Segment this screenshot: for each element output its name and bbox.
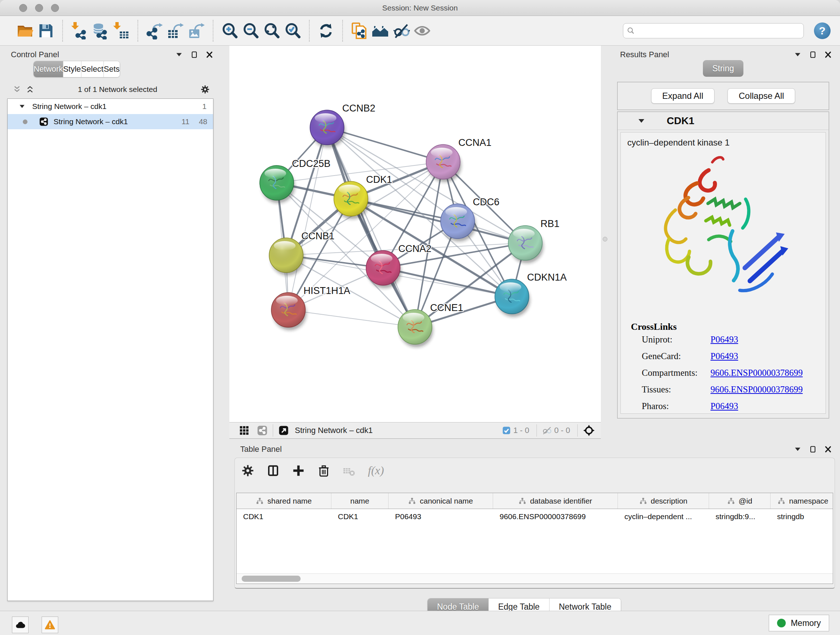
import-network-from-file-icon: [71, 22, 88, 40]
collapse-all-button[interactable]: Collapse All: [728, 88, 795, 103]
float-panel-icon[interactable]: [809, 51, 817, 59]
fit-content-crosshair-icon[interactable]: [583, 424, 595, 437]
warnings-button[interactable]: [42, 616, 58, 633]
column-header-database-identifier[interactable]: database identifier: [493, 493, 618, 509]
panel-menu-icon[interactable]: [175, 51, 183, 59]
eye-disabled-button[interactable]: [412, 20, 433, 41]
network-collection-row[interactable]: String Network – cdk1 1: [8, 99, 213, 114]
close-panel-icon[interactable]: [205, 51, 213, 59]
node-CDKN1A[interactable]: [495, 279, 530, 317]
import-network-from-file-button[interactable]: [69, 20, 90, 41]
import-network-from-database-button[interactable]: [90, 20, 111, 41]
tab-network[interactable]: Network: [34, 61, 63, 77]
panel-menu-icon[interactable]: [794, 445, 802, 453]
create-column-icon[interactable]: [292, 464, 305, 477]
maximize-window-button[interactable]: [51, 4, 59, 12]
help-button[interactable]: ?: [814, 22, 831, 39]
zoom-selected-button[interactable]: [282, 20, 303, 41]
node-CDK1[interactable]: [334, 181, 369, 219]
close-panel-icon[interactable]: [824, 51, 832, 59]
zoom-in-button[interactable]: [219, 20, 240, 41]
edge-CCNB2-CCNE1[interactable]: [327, 127, 415, 327]
edge-HIST1H1A-CCNE1[interactable]: [288, 310, 415, 327]
close-window-button[interactable]: [19, 4, 27, 12]
column-header-name[interactable]: name: [332, 493, 388, 509]
table-row[interactable]: CDK1CDK1P064939606.ENSP00000378699cyclin…: [237, 509, 833, 524]
edge-CCNA2-CDKN1A[interactable]: [383, 268, 512, 296]
grid-view-icon[interactable]: [239, 425, 249, 436]
export-image-icon: [188, 22, 205, 40]
import-table-from-file-button[interactable]: [111, 20, 132, 41]
table-cell[interactable]: 9606.ENSP00000378699: [493, 509, 618, 524]
panel-menu-icon[interactable]: [794, 51, 802, 59]
gene-collapse-icon[interactable]: [637, 117, 646, 125]
show-columns-icon[interactable]: [267, 464, 279, 477]
open-file-button[interactable]: [14, 20, 35, 41]
table-cell[interactable]: CDK1: [332, 509, 388, 524]
refresh-network-view-button[interactable]: [316, 20, 336, 41]
zoom-fit-button[interactable]: [261, 20, 282, 41]
zoom-out-button[interactable]: [240, 20, 261, 41]
node-CCNA2[interactable]: [366, 250, 401, 288]
column-header-@id[interactable]: @id: [709, 493, 771, 509]
table-cell[interactable]: CDK1: [237, 509, 332, 524]
search-input[interactable]: [623, 23, 804, 38]
cloud-button[interactable]: [12, 616, 28, 633]
collection-collapse-icon[interactable]: [19, 103, 26, 110]
expand-all-button[interactable]: Expand All: [651, 88, 714, 103]
close-panel-icon[interactable]: [824, 445, 832, 453]
expand-all-networks-icon[interactable]: [25, 85, 35, 94]
crosslink-link[interactable]: P06493: [711, 351, 738, 361]
collapse-all-networks-icon[interactable]: [12, 85, 22, 94]
string-network-icon: [39, 117, 49, 126]
node-CCNB1[interactable]: [269, 238, 304, 276]
selected-checkbox-icon[interactable]: [502, 426, 511, 435]
node-CCNE1[interactable]: [398, 310, 433, 347]
detach-view-icon[interactable]: [278, 425, 289, 436]
export-table-button[interactable]: [165, 20, 186, 41]
column-header-description[interactable]: description: [618, 493, 709, 509]
hierarchy-icon: [727, 497, 735, 505]
string-homes-button[interactable]: [370, 20, 391, 41]
network-canvas[interactable]: CCNB2CCNA1CDC25BCDK1CDC6RB1CCNB1CCNA2CDK…: [229, 46, 601, 422]
tab-select[interactable]: Select: [81, 61, 104, 77]
memory-button[interactable]: Memory: [769, 615, 829, 631]
crosslink-link[interactable]: P06493: [711, 334, 738, 345]
crosslink-link[interactable]: P06493: [711, 401, 738, 411]
column-header-shared-name[interactable]: shared name: [237, 493, 332, 509]
node-CCNB2[interactable]: [310, 110, 345, 148]
vertical-divider-handle[interactable]: [603, 237, 607, 241]
crosslink-link[interactable]: 9606.ENSP00000378699: [711, 385, 803, 394]
copy-network-documents-button[interactable]: [349, 20, 370, 41]
network-options-gear-icon[interactable]: [201, 85, 210, 94]
tab-string[interactable]: String: [703, 60, 744, 77]
node-CCNA1[interactable]: [426, 144, 461, 182]
table-cell[interactable]: cyclin–dependent ...: [618, 509, 709, 524]
delete-column-icon[interactable]: [317, 464, 330, 477]
table-options-gear-icon[interactable]: [241, 464, 254, 477]
crosslink-link[interactable]: 9606.ENSP00000378699: [711, 368, 803, 378]
glasses-slash-button[interactable]: [391, 20, 412, 41]
float-panel-icon[interactable]: [809, 445, 817, 453]
node-HIST1H1A[interactable]: [271, 293, 306, 330]
node-RB1[interactable]: [508, 226, 543, 263]
table-horizontal-scrollbar[interactable]: [237, 573, 833, 584]
save-session-button[interactable]: [35, 20, 57, 41]
table-cell[interactable]: stringdb: [771, 509, 833, 524]
table-cell[interactable]: P06493: [388, 509, 493, 524]
network-share-icon[interactable]: [257, 425, 268, 436]
table-cell[interactable]: stringdb:9...: [709, 509, 771, 524]
minimize-window-button[interactable]: [35, 4, 43, 12]
tab-style[interactable]: Style: [63, 61, 81, 77]
export-image-button[interactable]: [186, 20, 207, 41]
tab-sets[interactable]: Sets: [104, 61, 120, 77]
float-panel-icon[interactable]: [190, 51, 198, 59]
gene-header-row[interactable]: CDK1: [617, 112, 829, 130]
scrollbar-thumb[interactable]: [242, 576, 301, 582]
column-header-namespace[interactable]: namespace: [771, 493, 833, 509]
export-network-button[interactable]: [144, 20, 165, 41]
network-row[interactable]: String Network – cdk1 11 48: [8, 114, 213, 129]
node-CDC25B[interactable]: [260, 165, 295, 203]
string-homes-icon: [371, 22, 389, 40]
column-header-canonical-name[interactable]: canonical name: [388, 493, 493, 509]
